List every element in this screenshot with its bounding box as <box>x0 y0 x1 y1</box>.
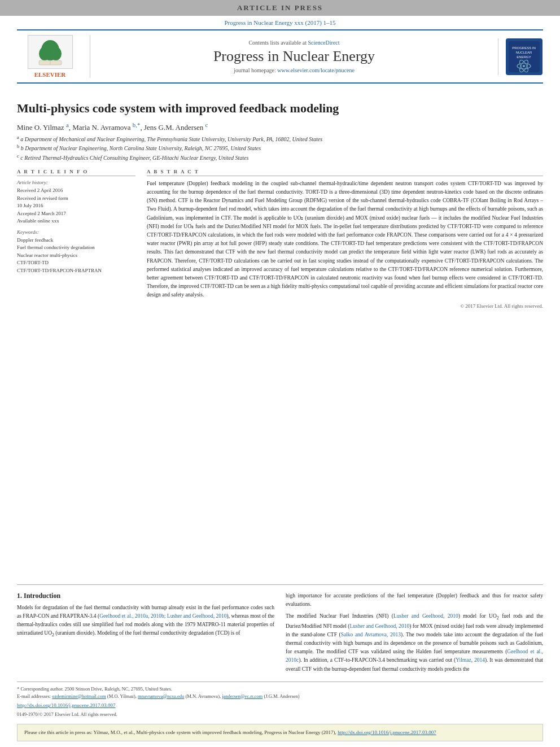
section-divider <box>17 584 543 585</box>
journal-homepage: journal homepage: www.elsevier.com/locat… <box>90 67 498 73</box>
cite-geelhood-2010[interactable]: Geelhood et al., 2010a, 2010b; Lusher an… <box>99 613 226 619</box>
email-2-name: (M.N. Avramova <box>185 693 218 699</box>
intro-right-paragraph-1: high importance for accurate predictions… <box>286 592 543 609</box>
received-revised-label: Received in revised form <box>17 195 135 202</box>
abstract-column: A B S T R A C T Fuel temperature (Dopple… <box>147 169 543 309</box>
svg-text:NUCLEAR: NUCLEAR <box>516 51 532 54</box>
doi-line: http://dx.doi.org/10.1016/j.pnucene.2017… <box>17 702 543 710</box>
authors-line: Mine O. Yilmaz a, Maria N. Avramova b,*,… <box>17 121 543 132</box>
contents-line: Contents lists available at ScienceDirec… <box>90 40 498 46</box>
journal-title-block: Contents lists available at ScienceDirec… <box>90 40 498 73</box>
email-1-name: (M.O. Yilmaz) <box>107 693 135 699</box>
email-3-link[interactable]: jandersen@ec.rr.com <box>222 693 262 699</box>
elsevier-logo-image <box>28 35 73 69</box>
article-in-press-bar: ARTICLE IN PRESS <box>0 0 560 16</box>
affiliation-a: a a Department of Mechanical and Nuclear… <box>17 134 543 143</box>
journal-ref: Progress in Nuclear Energy xxx (2017) 1–… <box>0 16 560 26</box>
affiliation-c: c c Retired Thermal-Hydraulics Chief Con… <box>17 153 543 162</box>
available-online: Available online xxx <box>17 217 135 225</box>
email-addresses: E-mail addresses: ozdemirmine@hotmail.co… <box>17 693 543 700</box>
keyword-1: Doppler feedback <box>17 237 135 244</box>
affiliations: a a Department of Mechanical and Nuclear… <box>17 134 543 162</box>
citation-bar: Please cite this article in press as: Yi… <box>17 724 543 742</box>
footnote-section: * Corresponding author. 2500 Stinson Dri… <box>17 682 543 718</box>
keyword-3: Nuclear reactor multi-physics <box>17 252 135 260</box>
journal-header: ELSEVIER Contents lists available at Sci… <box>17 29 543 84</box>
keyword-4: CTF/TORT-TD <box>17 259 135 267</box>
article-body: Multi-physics code system with improved … <box>0 87 560 578</box>
journal-logo-box: PROGRESS IN NUCLEAR ENERGY <box>506 38 542 75</box>
issn-line: 0149-1970/© 2017 Elsevier Ltd. All right… <box>17 711 543 718</box>
revised-date: 10 July 2016 <box>17 202 135 209</box>
citation-doi-link[interactable]: http://dx.doi.org/10.1016/j.pnucene.2017… <box>338 729 436 735</box>
svg-text:ENERGY: ENERGY <box>517 55 531 59</box>
article-info-column: A R T I C L E I N F O Article history: R… <box>17 169 135 309</box>
intro-heading: 1. Introduction <box>17 592 274 600</box>
svg-point-3 <box>50 47 62 60</box>
keyword-2: Fuel thermal conductivity degradation <box>17 244 135 252</box>
cite-lusher-2010[interactable]: Lusher and Geelhood, 2010 <box>393 613 458 619</box>
affiliation-b: b b Department of Nuclear Engineering, N… <box>17 143 543 152</box>
article-history-label: Article history: <box>17 180 135 185</box>
cite-geelhood-2010c[interactable]: Geelhood et al., 2010c <box>286 649 543 663</box>
journal-logo-right: PROGRESS IN NUCLEAR ENERGY <box>498 38 543 75</box>
email-1-link[interactable]: ozdemirmine@hotmail.com <box>52 693 106 699</box>
introduction-section: 1. Introduction Models for degradation o… <box>0 592 560 677</box>
svg-point-2 <box>39 47 50 60</box>
doi-url[interactable]: http://dx.doi.org/10.1016/j.pnucene.2017… <box>17 702 116 708</box>
keywords-section: Keywords: Doppler feedback Fuel thermal … <box>17 229 135 275</box>
elsevier-label: ELSEVIER <box>34 71 66 78</box>
cite-salko-2013[interactable]: Salko and Avramova, 2013 <box>341 632 401 637</box>
intro-section-number: 1. <box>17 592 22 600</box>
received-date: Received 2 April 2016 <box>17 187 135 194</box>
citation-text: Please cite this article in press as: Yi… <box>24 729 436 735</box>
journal-ref-text: Progress in Nuclear Energy xxx (2017) 1–… <box>224 19 335 26</box>
sciencedirect-link[interactable]: ScienceDirect <box>308 40 339 46</box>
abstract-section-label: A B S T R A C T <box>147 169 543 176</box>
cite-lusher-2010b[interactable]: Lusher and Geelhood, 2010 <box>349 623 409 629</box>
cite-yilmaz-2014[interactable]: Yilmaz, 2014 <box>456 657 485 663</box>
corresponding-author-note: * Corresponding author. 2500 Stinson Dri… <box>17 685 543 693</box>
accepted-date: Accepted 2 March 2017 <box>17 210 135 217</box>
keywords-label: Keywords: <box>17 229 135 235</box>
article-info-abstract-section: A R T I C L E I N F O Article history: R… <box>17 169 543 309</box>
homepage-url[interactable]: www.elsevier.com/locate/pnucene <box>277 67 355 73</box>
homepage-label: journal homepage: <box>234 67 276 73</box>
intro-left-paragraph-1: Models for degradation of the fuel therm… <box>17 604 274 639</box>
page: ARTICLE IN PRESS Progress in Nuclear Ene… <box>0 0 560 747</box>
intro-left-column: 1. Introduction Models for degradation o… <box>17 592 274 677</box>
email-2-link[interactable]: mnavramova@ncsu.edu <box>138 693 184 699</box>
abstract-text: Fuel temperature (Doppler) feedback mode… <box>147 180 543 300</box>
svg-text:PROGRESS IN: PROGRESS IN <box>512 46 536 50</box>
intro-right-column: high importance for accurate predictions… <box>286 592 543 677</box>
contents-text: Contents lists available at <box>248 40 306 46</box>
journal-main-title: Progress in Nuclear Energy <box>90 48 498 65</box>
intro-section-title: Introduction <box>24 592 60 600</box>
svg-point-13 <box>523 65 525 67</box>
copyright-line: © 2017 Elsevier Ltd. All rights reserved… <box>147 303 543 309</box>
keyword-5: CTF/TORT-TD/FRAPCON-FRAPTRAN <box>17 267 135 275</box>
article-title: Multi-physics code system with improved … <box>17 101 543 117</box>
elsevier-logo: ELSEVIER <box>17 35 90 78</box>
article-in-press-label: ARTICLE IN PRESS <box>237 3 323 12</box>
article-info-section-label: A R T I C L E I N F O <box>17 169 135 176</box>
intro-right-paragraph-2: The modified Nuclear Fuel Industries (NF… <box>286 612 543 674</box>
email-3-name: (J.G.M. Andersen) <box>264 693 299 699</box>
